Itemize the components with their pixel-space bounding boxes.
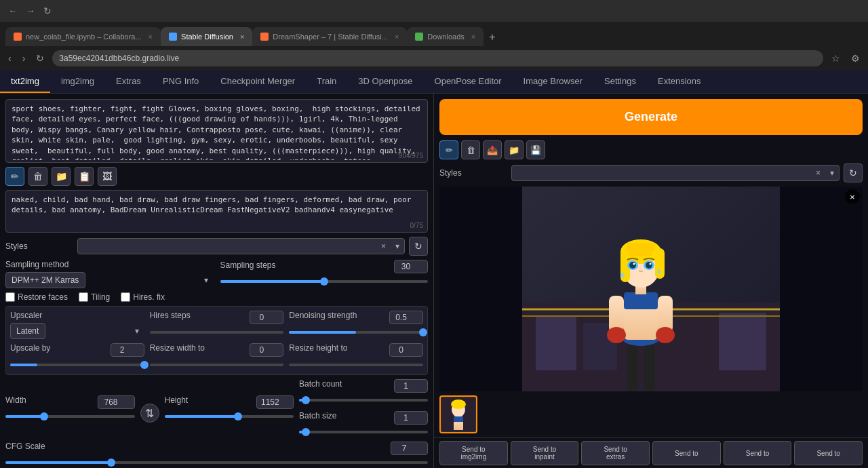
browser-tab-dreamshaper[interactable]: DreamShaper – 7 | Stable Diffusi... ×: [252, 27, 407, 46]
send-to-button-3[interactable]: Send to: [794, 441, 863, 465]
bottom-buttons: Send toimg2img Send toinpaint Send toext…: [434, 437, 868, 468]
tab-close-icon[interactable]: ×: [471, 33, 475, 41]
hires-fix-input[interactable]: [121, 292, 130, 302]
toolbar-pen-button[interactable]: ✏: [439, 140, 458, 159]
batch-count-input[interactable]: [394, 379, 428, 393]
copy-button[interactable]: 📋: [75, 167, 94, 186]
batch-count-thumb[interactable]: [302, 396, 310, 404]
tab-image-browser[interactable]: Image Browser: [513, 71, 593, 93]
tab-txt2img[interactable]: txt2img: [0, 71, 50, 93]
tab-openpose[interactable]: OpenPose Editor: [424, 71, 513, 93]
tiling-checkbox[interactable]: Tiling: [79, 292, 110, 302]
forward-button[interactable]: →: [23, 3, 38, 19]
styles-input[interactable]: [77, 238, 405, 254]
steps-thumb[interactable]: [320, 277, 328, 286]
new-tab-button[interactable]: +: [484, 28, 500, 46]
back-button[interactable]: ←: [5, 3, 20, 19]
address-input[interactable]: [52, 50, 823, 66]
sampling-steps-input[interactable]: [394, 260, 428, 273]
hires-steps-track: [150, 331, 284, 334]
svg-point-15: [656, 327, 675, 343]
thumbnail-item[interactable]: [439, 395, 477, 433]
height-track: [165, 415, 294, 418]
tab-settings[interactable]: Settings: [593, 71, 647, 93]
nav-forward-icon[interactable]: ›: [20, 50, 28, 66]
browser-tab-downloads[interactable]: Downloads ×: [407, 27, 484, 46]
refresh-button[interactable]: ↻: [41, 3, 54, 19]
image-close-button[interactable]: ×: [845, 189, 860, 204]
toolbar-folder-button[interactable]: 📁: [505, 140, 524, 159]
left-panel: sport shoes, fighter, fight, fight Glove…: [0, 94, 434, 468]
tab-pnginfo[interactable]: PNG Info: [152, 71, 210, 93]
tab-close-icon[interactable]: ×: [395, 33, 399, 41]
tab-extras[interactable]: Extras: [105, 71, 152, 93]
image-display: ×: [439, 187, 863, 391]
trash-button[interactable]: 🗑: [28, 167, 47, 186]
send-img2img-button[interactable]: Send toimg2img: [439, 441, 508, 465]
send-to-button-1[interactable]: Send to: [652, 441, 721, 465]
tab-train[interactable]: Train: [306, 71, 347, 93]
width-thumb[interactable]: [40, 412, 48, 421]
height-label-row: Height: [165, 395, 294, 409]
height-input[interactable]: [256, 395, 294, 409]
right-styles-refresh-button[interactable]: ↻: [844, 163, 863, 182]
tab-img2img[interactable]: img2img: [50, 71, 105, 93]
styles-clear-icon[interactable]: ×: [381, 241, 386, 251]
svg-point-32: [451, 399, 466, 409]
generate-button[interactable]: Generate: [439, 99, 863, 135]
denoising-input[interactable]: [389, 311, 423, 324]
upscaler-select[interactable]: Latent: [10, 323, 45, 339]
nav-refresh-icon[interactable]: ↻: [33, 50, 47, 66]
denoising-section: Denoising strength: [289, 311, 423, 338]
batch-size-thumb[interactable]: [302, 428, 310, 436]
wh-batch-row: Width ⇅ Height: [5, 379, 428, 437]
batch-size-input[interactable]: [394, 411, 428, 425]
sampling-method-select[interactable]: DPM++ 2M Karras: [5, 272, 85, 288]
negative-prompt-input[interactable]: naked, child, bad hand, bad draw, bad dr…: [6, 191, 427, 230]
nav-back-icon[interactable]: ‹: [5, 50, 14, 66]
tiling-input[interactable]: [79, 292, 88, 302]
tab-checkpoint[interactable]: Checkpoint Merger: [210, 71, 306, 93]
width-input[interactable]: [98, 395, 135, 409]
folder-button[interactable]: 📁: [52, 167, 71, 186]
height-fill: [165, 415, 239, 418]
resize-height-track: [289, 364, 423, 366]
upscale-by-input[interactable]: [111, 343, 144, 357]
tab-3dopenpose[interactable]: 3D Openpose: [347, 71, 423, 93]
height-thumb[interactable]: [234, 412, 242, 421]
checkboxes-row: Restore faces Tiling Hires. fix: [5, 292, 428, 302]
hires-fix-checkbox[interactable]: Hires. fix: [121, 292, 165, 302]
bookmark-icon[interactable]: ☆: [829, 50, 843, 66]
extensions-icon[interactable]: ⚙: [848, 50, 863, 66]
styles-refresh-button[interactable]: ↻: [409, 237, 428, 256]
image-button[interactable]: 🖼: [98, 167, 117, 186]
resize-height-label: Resize height to: [289, 343, 347, 354]
browser-tab-colaboratory[interactable]: new_colab_file.ipynb – Collabora... ×: [5, 27, 161, 46]
right-styles-clear-icon[interactable]: ×: [816, 168, 821, 178]
resize-height-input[interactable]: [389, 343, 423, 357]
restore-faces-input[interactable]: [5, 292, 15, 302]
cfg-scale-thumb[interactable]: [107, 459, 115, 467]
toolbar-save-button[interactable]: 💾: [526, 140, 545, 159]
tab-extensions[interactable]: Extensions: [647, 71, 712, 93]
pen-button[interactable]: ✏: [5, 167, 24, 186]
positive-prompt-input[interactable]: sport shoes, fighter, fight, fight Glove…: [6, 100, 427, 160]
cfg-scale-slider-wrap: [5, 457, 428, 468]
hires-steps-input[interactable]: [250, 311, 283, 324]
tab-close-icon[interactable]: ×: [240, 33, 244, 41]
cfg-scale-input[interactable]: [391, 442, 428, 455]
toolbar-trash-button[interactable]: 🗑: [461, 140, 480, 159]
tab-bar: new_colab_file.ipynb – Collabora... × St…: [0, 22, 868, 46]
right-styles-input[interactable]: [511, 165, 840, 181]
resize-width-input[interactable]: [250, 343, 283, 357]
upscale-by-thumb[interactable]: [140, 361, 149, 369]
send-to-button-2[interactable]: Send to: [724, 441, 792, 465]
toolbar-export-button[interactable]: 📤: [483, 140, 502, 159]
browser-tab-stable-diffusion[interactable]: Stable Diffusion ×: [161, 27, 252, 46]
denoising-thumb[interactable]: [419, 328, 427, 336]
tab-close-icon[interactable]: ×: [149, 33, 153, 41]
restore-faces-checkbox[interactable]: Restore faces: [5, 292, 68, 302]
send-inpaint-button[interactable]: Send toinpaint: [511, 441, 579, 465]
swap-dimensions-button[interactable]: ⇅: [140, 404, 159, 423]
send-extras-button[interactable]: Send toextras: [581, 441, 650, 465]
